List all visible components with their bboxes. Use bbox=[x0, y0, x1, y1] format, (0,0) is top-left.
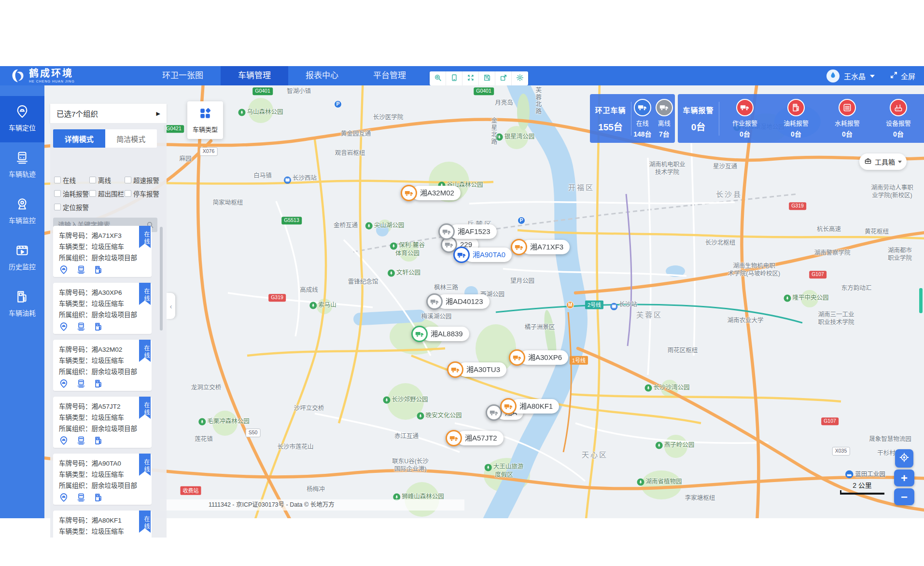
pin-car-blue-icon[interactable] bbox=[59, 265, 69, 276]
vehicle-marker-plate: 湘A30XP6 bbox=[520, 350, 568, 365]
vehicle-marker[interactable]: 湘A80KF1 bbox=[500, 398, 559, 414]
filter-checkbox[interactable]: 停车报警 bbox=[125, 189, 163, 198]
vehicle-card[interactable]: 车牌号码：湘A57JT2车辆类型：垃圾压缩车所属组织：厨余垃圾项目部在线 bbox=[53, 397, 152, 448]
pin-car-blue-icon[interactable] bbox=[59, 436, 69, 447]
nav-item-4[interactable]: 平台管理 bbox=[356, 66, 423, 85]
track-blue-icon[interactable] bbox=[76, 436, 86, 447]
checkbox-icon[interactable] bbox=[54, 177, 61, 183]
vehicle-card[interactable]: 车牌号码：湘A80KF1车辆类型：垃圾压缩车所属组织：厨余垃圾项目部在线 bbox=[53, 511, 152, 538]
vehicle-marker[interactable]: 湘A30XP6 bbox=[509, 349, 568, 366]
vehicle-marker[interactable]: 湘A32M02 bbox=[401, 185, 461, 201]
vehicle-marker[interactable]: 湘AL8839 bbox=[411, 326, 469, 342]
poi-label: 索马山 bbox=[318, 302, 336, 308]
sidebar-item-3[interactable]: 车辆监控 bbox=[0, 189, 44, 235]
expand-button[interactable] bbox=[462, 71, 479, 85]
track-blue-icon[interactable] bbox=[76, 379, 86, 390]
locate-button[interactable] bbox=[895, 449, 913, 468]
filter-checkbox[interactable]: 离线 bbox=[89, 175, 125, 185]
settings-button[interactable] bbox=[512, 71, 528, 85]
user-name[interactable]: 王水晶 bbox=[844, 71, 866, 81]
fuel-blue-icon[interactable] bbox=[94, 493, 103, 504]
map-poi: G107 bbox=[809, 271, 826, 278]
checkbox-icon[interactable] bbox=[125, 177, 131, 183]
nav-item-1[interactable]: 环卫一张图 bbox=[145, 66, 221, 85]
content-area: 车辆定位车辆轨迹车辆监控历史监控车辆油耗 bbox=[0, 85, 924, 518]
org-selector[interactable]: 已选7个组织 ▶ bbox=[50, 104, 167, 123]
vehicle-marker[interactable]: 湘AF1523 bbox=[438, 223, 497, 240]
save-button[interactable] bbox=[479, 71, 495, 85]
alarm-stat-label: 设备报警 bbox=[886, 118, 911, 127]
track-blue-icon[interactable] bbox=[76, 493, 86, 504]
vehicle-marker-plate: 湘A80KF1 bbox=[511, 399, 559, 414]
fuel-blue-icon[interactable] bbox=[94, 379, 103, 390]
map-poi: 雷锋纪念馆 bbox=[348, 278, 378, 286]
sidebar-item-2[interactable]: 车辆轨迹 bbox=[0, 142, 44, 189]
poi-label: 狮峰山森林公园 bbox=[402, 493, 444, 500]
zoom-search-button[interactable] bbox=[430, 71, 446, 85]
vehicle-type-button[interactable]: 车辆类型 bbox=[187, 101, 223, 139]
park-icon bbox=[390, 242, 397, 249]
vehicle-card-actions bbox=[59, 265, 146, 276]
checkbox-icon[interactable] bbox=[54, 190, 61, 197]
filter-checkbox[interactable]: 油耗报警 bbox=[54, 189, 89, 198]
mode-tab-2[interactable]: 简洁模式 bbox=[105, 129, 157, 148]
checkbox-icon[interactable] bbox=[89, 190, 96, 197]
vehicle-marker[interactable]: 湘AD40123 bbox=[426, 293, 490, 310]
user-avatar[interactable] bbox=[826, 69, 840, 83]
chevron-down-icon bbox=[898, 161, 902, 163]
poi-label: 术学院(马坡岭校区) bbox=[728, 270, 780, 277]
nav-item-3[interactable]: 报表中心 bbox=[288, 66, 356, 85]
checkbox-icon[interactable] bbox=[89, 177, 96, 183]
sidebar-item-label: 车辆轨迹 bbox=[0, 169, 44, 179]
panel-collapse-button[interactable]: ‹ bbox=[167, 293, 175, 319]
sidebar-item-1[interactable]: 车辆定位 bbox=[0, 96, 44, 142]
sidebar-item-5[interactable]: 车辆油耗 bbox=[0, 281, 44, 328]
sidebar-item-4[interactable]: 历史监控 bbox=[0, 235, 44, 281]
fuel-blue-icon[interactable] bbox=[94, 265, 103, 276]
nav-item-2[interactable]: 车辆管理 bbox=[221, 66, 288, 85]
poi-label: 蓝田工业园 bbox=[855, 471, 885, 478]
export-button[interactable] bbox=[495, 71, 512, 85]
vehicle-card[interactable]: 车牌号码：湘A71XF3车辆类型：垃圾压缩车所属组织：厨余垃圾项目部在线 bbox=[53, 226, 152, 277]
pin-car-blue-icon[interactable] bbox=[59, 493, 69, 504]
track-blue-icon[interactable] bbox=[76, 265, 86, 276]
checkbox-icon[interactable] bbox=[125, 190, 131, 197]
fuel-blue-icon[interactable] bbox=[94, 436, 103, 447]
vehicle-marker[interactable]: 湘A57JT2 bbox=[446, 430, 504, 446]
park-icon bbox=[365, 222, 373, 230]
toolbox-button[interactable]: 工具箱 bbox=[859, 153, 907, 170]
chevron-down-icon[interactable] bbox=[870, 75, 875, 78]
scrollbar[interactable] bbox=[160, 227, 163, 331]
vehicle-marker[interactable]: 湘A71XF3 bbox=[511, 239, 570, 255]
filter-checkbox[interactable]: 超速报警 bbox=[125, 175, 163, 185]
map-poi: 晚安文化公园 bbox=[417, 412, 462, 420]
filter-checkbox[interactable]: 定位报警 bbox=[54, 202, 89, 212]
pin-car-blue-icon[interactable] bbox=[59, 322, 69, 333]
fullscreen-button[interactable]: 全屏 bbox=[890, 71, 915, 81]
filter-checkbox[interactable]: 超出围栏 bbox=[89, 189, 125, 198]
pin-car-blue-icon[interactable] bbox=[59, 379, 69, 390]
zoom-out-button[interactable]: − bbox=[894, 488, 914, 505]
vehicle-marker[interactable]: 湘A30TU3 bbox=[447, 361, 506, 378]
track-blue-icon[interactable] bbox=[76, 322, 86, 333]
checkbox-icon[interactable] bbox=[54, 204, 61, 210]
zoom-in-button[interactable]: + bbox=[894, 469, 914, 486]
vehicle-marker-plate: 湘A32M02 bbox=[412, 186, 461, 200]
screenshot-button[interactable] bbox=[446, 71, 462, 85]
scale-bar bbox=[840, 490, 884, 495]
vehicle-card[interactable]: 车牌号码：湘A32M02车辆类型：垃圾压缩车所属组织：厨余垃圾项目部在线 bbox=[53, 340, 152, 391]
poi-label: 燕子岭公园 bbox=[664, 442, 695, 448]
mode-tab-1[interactable]: 详情模式 bbox=[53, 129, 105, 148]
vehicle-card[interactable]: 车牌号码：湘A30XP6车辆类型：垃圾压缩车所属组织：厨余垃圾项目部在线 bbox=[53, 283, 152, 334]
vehicle-marker[interactable]: 湘A90TA0 bbox=[453, 247, 512, 263]
export-icon bbox=[500, 74, 507, 83]
map-poi: M长沙站 bbox=[610, 301, 637, 310]
logo-swoosh-icon bbox=[10, 68, 25, 83]
filter-checkbox[interactable]: 在线 bbox=[54, 175, 89, 185]
fuel-blue-icon[interactable] bbox=[94, 322, 103, 333]
vehicle-card[interactable]: 车牌号码：湘A90TA0车辆类型：垃圾压缩车所属组织：厨余垃圾项目部在线 bbox=[53, 454, 152, 505]
vehicle-type: 车辆类型：垃圾压缩车 bbox=[59, 241, 146, 252]
map-canvas[interactable]: 智湖小镇G0401G0401乌山森林公园长沙医学院P月亮岛银星湾公园黄金园互通观… bbox=[44, 85, 924, 518]
park-icon bbox=[485, 464, 492, 471]
vehicle-marker-plate: 湘A90TA0 bbox=[464, 248, 512, 262]
